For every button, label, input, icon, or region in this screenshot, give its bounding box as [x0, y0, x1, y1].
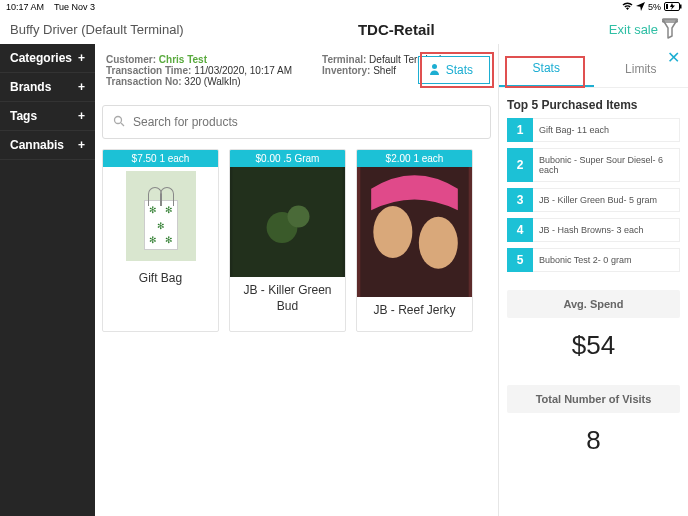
- visits-label: Total Number of Visits: [507, 393, 680, 405]
- content-area: Customer: Chris Test Transaction Time: 1…: [95, 44, 498, 516]
- customer-name[interactable]: Chris Test: [159, 54, 207, 65]
- tab-stats[interactable]: Stats: [499, 50, 594, 87]
- top5-item-label: Bubonic - Super Sour Diesel- 6 each: [533, 148, 680, 182]
- customer-label: Customer:: [106, 54, 156, 65]
- search-icon: [113, 115, 125, 130]
- battery-icon: [664, 2, 682, 13]
- sidebar-item-label: Cannabis: [10, 138, 64, 152]
- tab-label: Stats: [533, 61, 560, 75]
- stats-panel: ✕ Stats Limits Top 5 Purchased Items 1 G…: [498, 44, 688, 516]
- product-card[interactable]: $0.00 .5 Gram JB - Killer Green Bud: [229, 149, 346, 332]
- top5-row: 3 JB - Killer Green Bud- 5 gram: [507, 188, 680, 212]
- sidebar-item-brands[interactable]: Brands +: [0, 73, 95, 102]
- terminal-user: Buffy Driver (Default Terminal): [10, 22, 184, 37]
- product-thumb: ✻ ✻ ✻ ✻ ✻: [126, 171, 196, 261]
- tx-no-label: Transaction No:: [106, 76, 182, 87]
- top5-title: Top 5 Purchased Items: [507, 98, 680, 112]
- rank-badge: 5: [507, 248, 533, 272]
- product-thumb: [357, 167, 472, 297]
- svg-point-9: [288, 206, 310, 228]
- tx-time-value: 11/03/2020, 10:17 AM: [194, 65, 292, 76]
- top5-row: 4 JB - Hash Browns- 3 each: [507, 218, 680, 242]
- tab-label: Limits: [625, 62, 656, 76]
- svg-line-6: [121, 123, 124, 126]
- panel-tabs: Stats Limits: [499, 50, 688, 88]
- plus-icon: +: [78, 51, 85, 65]
- status-time: 10:17 AM: [6, 2, 44, 12]
- funnel-icon: [662, 18, 678, 40]
- rank-badge: 2: [507, 148, 533, 182]
- app-header: Buffy Driver (Default Terminal) TDC-Reta…: [0, 14, 688, 44]
- sidebar-item-label: Brands: [10, 80, 51, 94]
- top5-item-label: Gift Bag- 11 each: [533, 118, 680, 142]
- visits-card: Total Number of Visits: [507, 385, 680, 413]
- product-thumb: [230, 167, 345, 277]
- sidebar-item-label: Categories: [10, 51, 72, 65]
- wifi-icon: [622, 2, 633, 13]
- sidebar-item-label: Tags: [10, 109, 37, 123]
- app-title: TDC-Retail: [358, 21, 435, 38]
- status-time-date: 10:17 AM Tue Nov 3: [6, 2, 95, 12]
- product-title: JB - Killer Green Bud: [230, 277, 345, 326]
- avg-spend-value: $54: [507, 324, 680, 373]
- top5-row: 5 Bubonic Test 2- 0 gram: [507, 248, 680, 272]
- product-search[interactable]: [102, 105, 491, 139]
- tx-no-value: 320 (WalkIn): [184, 76, 240, 87]
- top5-item-label: Bubonic Test 2- 0 gram: [533, 248, 680, 272]
- terminal-label: Terminal:: [322, 54, 366, 65]
- product-price: $2.00 1 each: [357, 150, 472, 167]
- tab-limits[interactable]: Limits: [594, 50, 689, 87]
- top5-row: 2 Bubonic - Super Sour Diesel- 6 each: [507, 148, 680, 182]
- search-input[interactable]: [133, 115, 480, 129]
- rank-badge: 1: [507, 118, 533, 142]
- rank-badge: 4: [507, 218, 533, 242]
- product-price: $0.00 .5 Gram: [230, 150, 345, 167]
- svg-rect-2: [666, 4, 668, 9]
- sidebar-item-cannabis[interactable]: Cannabis +: [0, 131, 95, 160]
- main-area: Categories + Brands + Tags + Cannabis + …: [0, 44, 688, 516]
- svg-point-12: [419, 217, 458, 269]
- category-sidebar: Categories + Brands + Tags + Cannabis +: [0, 44, 95, 516]
- product-title: Gift Bag: [135, 265, 186, 299]
- plus-icon: +: [78, 109, 85, 123]
- top5-row: 1 Gift Bag- 11 each: [507, 118, 680, 142]
- svg-point-5: [115, 116, 122, 123]
- top5-item-label: JB - Hash Browns- 3 each: [533, 218, 680, 242]
- tx-col-1: Customer: Chris Test Transaction Time: 1…: [106, 54, 292, 87]
- product-price: $7.50 1 each: [103, 150, 218, 167]
- sidebar-item-tags[interactable]: Tags +: [0, 102, 95, 131]
- avg-spend-card: Avg. Spend: [507, 290, 680, 318]
- battery-pct: 5%: [648, 2, 661, 12]
- status-date: Tue Nov 3: [54, 2, 95, 12]
- plus-icon: +: [78, 80, 85, 94]
- exit-sale-label: Exit sale: [609, 22, 658, 37]
- product-title: JB - Reef Jerky: [369, 297, 459, 331]
- inventory-value: Shelf: [373, 65, 396, 76]
- product-card[interactable]: $2.00 1 each JB - Reef Jerky: [356, 149, 473, 332]
- svg-rect-1: [680, 4, 682, 8]
- top5-section: Top 5 Purchased Items 1 Gift Bag- 11 eac…: [499, 88, 688, 278]
- product-grid: $7.50 1 each ✻ ✻ ✻ ✻ ✻ Gift Bag $0.00 .5…: [102, 149, 491, 332]
- svg-point-4: [432, 64, 437, 69]
- product-card[interactable]: $7.50 1 each ✻ ✻ ✻ ✻ ✻ Gift Bag: [102, 149, 219, 332]
- location-icon: [636, 2, 645, 13]
- inventory-label: Inventory:: [322, 65, 370, 76]
- tx-time-label: Transaction Time:: [106, 65, 191, 76]
- status-right: 5%: [622, 2, 682, 13]
- user-icon: [429, 63, 440, 78]
- status-bar: 10:17 AM Tue Nov 3 5%: [0, 0, 688, 14]
- avg-spend-label: Avg. Spend: [507, 298, 680, 310]
- stats-button[interactable]: Stats: [418, 56, 490, 84]
- top5-item-label: JB - Killer Green Bud- 5 gram: [533, 188, 680, 212]
- rank-badge: 3: [507, 188, 533, 212]
- exit-sale-button[interactable]: Exit sale: [609, 18, 678, 40]
- svg-point-11: [373, 206, 412, 258]
- sidebar-item-categories[interactable]: Categories +: [0, 44, 95, 73]
- visits-value: 8: [507, 419, 680, 468]
- plus-icon: +: [78, 138, 85, 152]
- stats-button-label: Stats: [446, 63, 473, 77]
